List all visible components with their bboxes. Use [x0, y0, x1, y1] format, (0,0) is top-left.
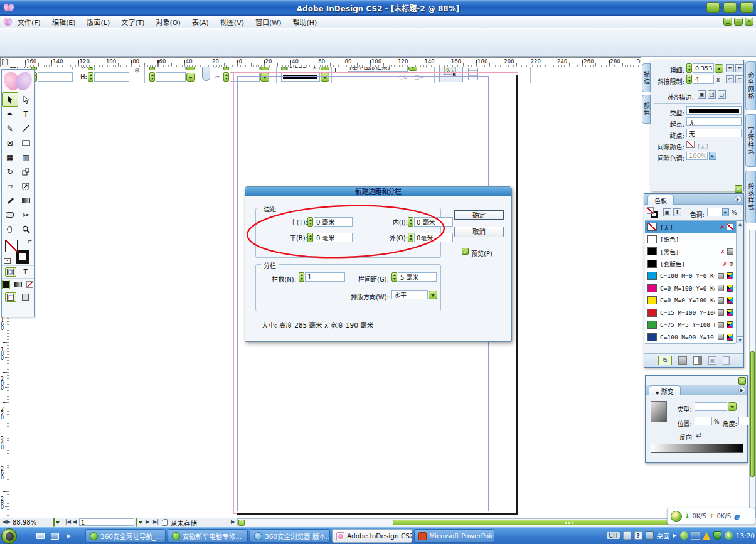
- gradient-thumbnail[interactable]: [651, 401, 667, 422]
- maximize-window-button[interactable]: [723, 2, 737, 13]
- y-position-field[interactable]: [31, 72, 73, 82]
- swatch-row[interactable]: C=15 M=100 Y=100 K=0: [645, 307, 736, 319]
- gradient-reverse-icon[interactable]: ⇄: [696, 431, 701, 439]
- spinner-icon[interactable]: [408, 217, 413, 227]
- ime-settings-icon[interactable]: [646, 531, 654, 540]
- spinner-icon[interactable]: [408, 233, 413, 242]
- swatches-tab[interactable]: 色板: [647, 195, 674, 205]
- apply-gradient[interactable]: [14, 280, 22, 289]
- swatch-row[interactable]: C=75 M=5 Y=100 K=0: [645, 319, 736, 331]
- menu-item[interactable]: 视图(V): [215, 16, 250, 28]
- page-dropdown-icon[interactable]: [136, 518, 137, 527]
- swatch-row[interactable]: [黑色]✗: [645, 245, 736, 258]
- gradient-close-icon[interactable]: ✕: [738, 377, 746, 385]
- constrain-wh-icon[interactable]: ❄: [134, 67, 140, 75]
- stroke-weight-panel-dropdown-icon[interactable]: [715, 64, 723, 73]
- gap-tint-field[interactable]: 100%: [686, 152, 708, 160]
- gap-tint-dropdown-icon[interactable]: ▸: [709, 152, 716, 160]
- hand-tool[interactable]: [2, 222, 18, 237]
- start-dropdown[interactable]: 无: [686, 117, 742, 126]
- margin-field[interactable]: 0 毫米: [408, 217, 457, 227]
- tray-360-icon[interactable]: [680, 531, 688, 540]
- swatch-row[interactable]: C=100 M=90 Y=10 K=0: [645, 331, 736, 344]
- taskbar-task[interactable]: Microsoft PowerPoint ...: [414, 529, 494, 543]
- color-panel-side-tab[interactable]: 颜色: [642, 95, 651, 124]
- show-desktop-icon[interactable]: [35, 530, 46, 541]
- vertical-scroll-thumb[interactable]: [750, 351, 755, 477]
- line-tool[interactable]: [18, 121, 35, 136]
- fill-stroke-indicator[interactable]: ⇄: [2, 237, 34, 265]
- eyedropper-tool[interactable]: [2, 193, 18, 208]
- horizontal-ruler[interactable]: 1601401201008060402002040608010012014016…: [9, 57, 641, 67]
- quicklaunch-media-icon[interactable]: [49, 530, 60, 541]
- taskbar-task[interactable]: 360安全浏览器 版本...: [250, 529, 330, 543]
- ie-icon[interactable]: e: [733, 511, 740, 521]
- stroke-weight-field[interactable]: 0.353: [686, 63, 723, 73]
- swatches-menu-icon[interactable]: ▶: [735, 196, 742, 203]
- align-stroke-outside-icon[interactable]: ▢: [718, 90, 726, 99]
- scale-y-dropdown-icon[interactable]: [186, 73, 195, 82]
- menu-item[interactable]: 文字(T): [115, 16, 150, 28]
- gradient-position-field[interactable]: [695, 417, 712, 425]
- scale-y-field[interactable]: [149, 72, 195, 82]
- zoom-tool[interactable]: [18, 222, 35, 237]
- document-vertical-scrollbar[interactable]: [749, 230, 756, 518]
- join-round-icon[interactable]: ⌐: [735, 75, 743, 83]
- next-page-icon[interactable]: ▶: [146, 519, 149, 525]
- close-window-button[interactable]: [740, 2, 753, 13]
- last-page-icon[interactable]: ▶|: [153, 519, 159, 525]
- swatch-row[interactable]: C=0 M=0 Y=100 K=0: [645, 294, 736, 307]
- apply-none[interactable]: [26, 280, 34, 289]
- gutter-field[interactable]: 5 毫米: [391, 272, 437, 282]
- type-tool[interactable]: T: [18, 107, 35, 121]
- tray-health-icon[interactable]: +: [725, 531, 733, 540]
- scrollbar-left-button[interactable]: [238, 520, 245, 526]
- swatch-row[interactable]: C=100 M=0 Y=0 K=0: [645, 270, 736, 282]
- frame-tool[interactable]: ⊠: [2, 136, 18, 150]
- swatches-close-icon[interactable]: ✕: [735, 185, 742, 193]
- gradient-menu-icon[interactable]: ▶: [738, 387, 745, 393]
- margin-field[interactable]: 0 毫米: [307, 233, 356, 242]
- tray-shield-icon[interactable]: [713, 531, 721, 540]
- net-speed-widget[interactable]: ↓ 0K/S ↑ 0K/S e: [667, 508, 755, 525]
- menu-item[interactable]: 编辑(E): [46, 16, 82, 28]
- doc-restore-button[interactable]: ❐: [734, 18, 743, 26]
- ruler-origin-box[interactable]: [0, 57, 9, 67]
- container-format-icon[interactable]: ▣: [663, 208, 671, 216]
- menu-item[interactable]: 窗口(W): [250, 16, 287, 28]
- desktop-toolbar-label[interactable]: 桌面: [657, 531, 670, 540]
- stroke-panel-side-tab[interactable]: 描边: [642, 63, 651, 92]
- scroll-up-icon[interactable]: ▲: [737, 220, 743, 227]
- pen-tool[interactable]: ✒: [2, 107, 18, 121]
- menu-item[interactable]: 文件(F): [12, 16, 46, 28]
- quicklaunch-ie-icon[interactable]: e: [20, 530, 31, 541]
- formatting-affects-text[interactable]: T: [20, 267, 31, 277]
- mini-fill-stroke-indicator[interactable]: [647, 207, 659, 218]
- zoom-dropdown-icon[interactable]: [53, 518, 55, 527]
- horizontal-grid-tool[interactable]: ▦: [2, 150, 18, 164]
- scale-tool[interactable]: [18, 164, 35, 179]
- spinner-icon[interactable]: [307, 233, 313, 242]
- preview-checkbox[interactable]: ✓: [462, 248, 469, 255]
- taskbar-task[interactable]: Adobe InDesign CS2 -...: [332, 529, 412, 543]
- default-fill-stroke-icon[interactable]: [4, 258, 11, 264]
- gradient-type-dropdown-icon[interactable]: [728, 402, 737, 411]
- height-field[interactable]: [88, 72, 129, 82]
- doc-close-button[interactable]: ✕: [745, 18, 753, 26]
- gap-color-none-chip[interactable]: [686, 141, 695, 148]
- stroke-color-box[interactable]: [16, 250, 29, 264]
- delete-swatch-trash-icon[interactable]: [723, 356, 730, 365]
- tray-warning-icon[interactable]: [703, 532, 710, 540]
- swap-fill-stroke-icon[interactable]: ⇄: [28, 238, 32, 244]
- rotate-tool[interactable]: ↻: [2, 164, 18, 179]
- stroke-type-dropdown[interactable]: [686, 106, 742, 115]
- vertical-grid-tool[interactable]: ▥: [18, 150, 35, 164]
- docked-panel-tab[interactable]: 命名网格: [745, 61, 756, 110]
- selection-tool[interactable]: [2, 92, 18, 107]
- text-format-icon[interactable]: T: [673, 208, 681, 216]
- keyboard-icon[interactable]: [623, 531, 631, 540]
- page-number-field[interactable]: 1: [79, 518, 134, 526]
- preview-mode[interactable]: [20, 292, 31, 302]
- swatches-scrollbar[interactable]: ▲ ▼: [736, 220, 743, 343]
- cap-butt-icon[interactable]: ⬅: [726, 64, 734, 72]
